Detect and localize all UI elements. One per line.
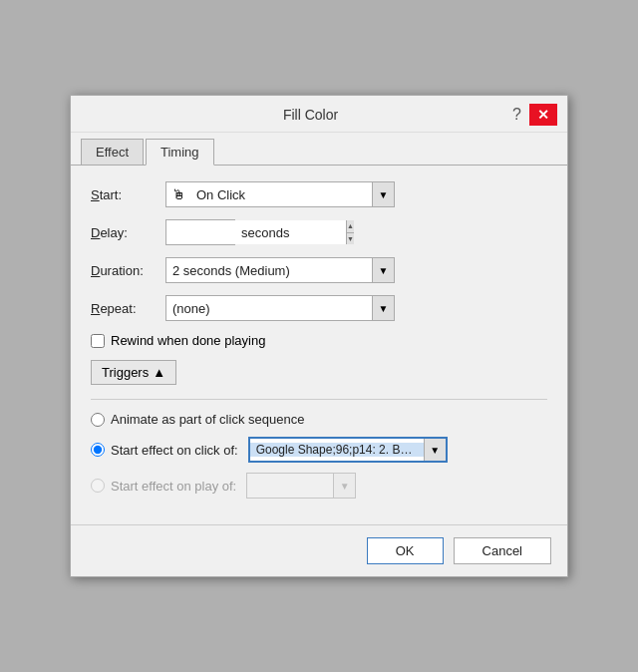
delay-spinner[interactable]: 0 ▲ ▼	[165, 219, 235, 245]
rewind-row: Rewind when done playing	[91, 333, 547, 348]
start-play-label: Start effect on play of:	[111, 479, 236, 494]
triggers-label: Triggers	[102, 365, 149, 380]
tab-content-timing: Start: 🖱 On Click ▼ Delay: 0 ▲ ▼	[71, 166, 567, 524]
delay-unit: seconds	[241, 225, 289, 240]
rewind-checkbox[interactable]	[91, 334, 105, 348]
repeat-row: Repeat: (none) ▼	[91, 295, 547, 321]
click-of-select[interactable]: Google Shape;96;p14: 2. Bảo Đả ▼	[248, 437, 448, 463]
fill-color-dialog: Fill Color ? ✕ Effect Timing Start: 🖱 On…	[70, 95, 568, 577]
triggers-arrow: ▲	[153, 365, 165, 380]
repeat-select[interactable]: (none) ▼	[165, 295, 395, 321]
start-click-radio[interactable]	[91, 443, 105, 457]
start-icon: 🖱	[166, 182, 190, 206]
play-of-dropdown-arrow: ▼	[333, 474, 355, 498]
spinner-down-button[interactable]: ▼	[347, 233, 354, 245]
start-value: On Click	[190, 187, 372, 202]
title-bar: Fill Color ? ✕	[71, 96, 567, 133]
start-play-radio[interactable]	[91, 479, 105, 493]
triggers-button[interactable]: Triggers ▲	[91, 360, 176, 385]
rewind-label[interactable]: Rewind when done playing	[111, 333, 265, 348]
animate-radio-row: Animate as part of click sequence	[91, 412, 547, 427]
title-bar-controls: ? ✕	[508, 104, 557, 126]
duration-row: Duration: 2 seconds (Medium) ▼	[91, 257, 547, 283]
start-click-radio-row: Start effect on click of: Google Shape;9…	[91, 437, 547, 463]
dialog-footer: OK Cancel	[71, 524, 567, 576]
delay-input-group: 0 ▲ ▼ seconds	[165, 219, 289, 245]
start-dropdown-arrow[interactable]: ▼	[372, 182, 394, 206]
start-play-radio-row: Start effect on play of: ▼	[91, 473, 547, 499]
repeat-value: (none)	[166, 301, 372, 316]
play-of-select: ▼	[246, 473, 356, 499]
cancel-button[interactable]: Cancel	[454, 537, 551, 564]
duration-dropdown-arrow[interactable]: ▼	[372, 258, 394, 282]
tab-timing[interactable]: Timing	[146, 139, 214, 166]
animate-label[interactable]: Animate as part of click sequence	[111, 412, 304, 427]
start-label: Start:	[91, 187, 165, 202]
repeat-label: Repeat:	[91, 301, 165, 316]
ok-button[interactable]: OK	[367, 537, 444, 564]
section-divider	[91, 399, 547, 400]
duration-label: Duration:	[91, 263, 165, 278]
spinner-arrows: ▲ ▼	[346, 220, 354, 244]
tabs-container: Effect Timing	[71, 133, 567, 166]
start-click-label[interactable]: Start effect on click of:	[111, 443, 238, 458]
duration-value: 2 seconds (Medium)	[166, 263, 372, 278]
click-of-dropdown-arrow[interactable]: ▼	[424, 439, 446, 461]
repeat-dropdown-arrow[interactable]: ▼	[372, 296, 394, 320]
animate-radio[interactable]	[91, 413, 105, 427]
duration-select[interactable]: 2 seconds (Medium) ▼	[165, 257, 395, 283]
click-of-value: Google Shape;96;p14: 2. Bảo Đả	[250, 443, 424, 457]
tab-effect[interactable]: Effect	[81, 139, 144, 165]
delay-label: Delay:	[91, 225, 165, 240]
dialog-title: Fill Color	[113, 107, 508, 123]
help-button[interactable]: ?	[508, 106, 525, 124]
delay-row: Delay: 0 ▲ ▼ seconds	[91, 219, 547, 245]
start-select[interactable]: 🖱 On Click ▼	[165, 181, 395, 207]
start-row: Start: 🖱 On Click ▼	[91, 181, 547, 207]
close-button[interactable]: ✕	[529, 104, 557, 126]
spinner-up-button[interactable]: ▲	[347, 220, 354, 233]
